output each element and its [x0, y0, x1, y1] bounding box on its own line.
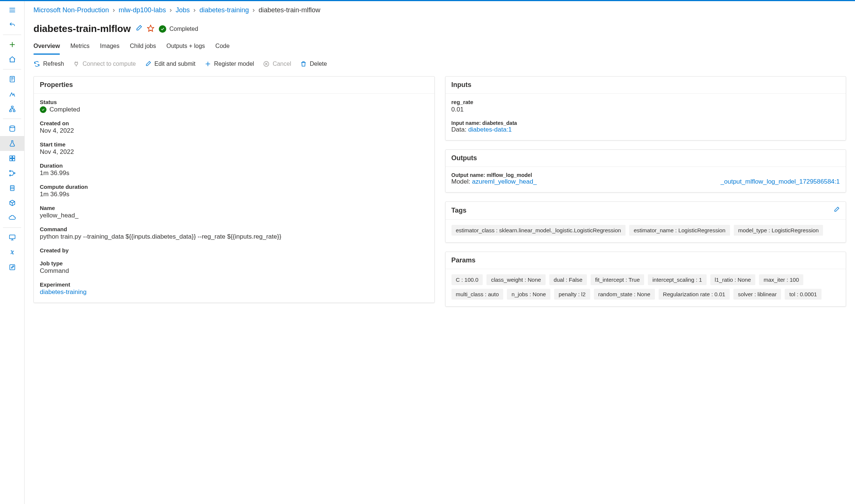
status-badge: Completed [159, 25, 198, 33]
sitemap-icon [9, 105, 16, 113]
input-name-row: Input name: diabetes_data [451, 120, 840, 126]
svg-rect-11 [13, 110, 15, 112]
chevron-right-icon [192, 6, 197, 14]
sidebar-environments[interactable] [0, 181, 24, 196]
sidebar-designer[interactable] [0, 101, 24, 116]
experiment-link[interactable]: diabetes-training [40, 288, 428, 296]
refresh-icon [33, 61, 40, 67]
param-chip: fit_intercept : True [591, 274, 644, 285]
delete-button[interactable]: Delete [300, 61, 327, 67]
sidebar-data[interactable] [0, 121, 24, 136]
page-title: diabetes-train-mlflow [33, 23, 131, 35]
tab-images[interactable]: Images [100, 39, 119, 54]
undo-icon [9, 22, 16, 28]
toolbar: Refresh Connect to compute Edit and subm… [33, 61, 846, 67]
svg-rect-9 [11, 106, 13, 108]
sidebar-undo[interactable] [0, 17, 24, 32]
edit-submit-button[interactable]: Edit and submit [145, 61, 195, 67]
tab-outputs-logs[interactable]: Outputs + logs [166, 39, 205, 54]
sidebar-notebooks[interactable] [0, 72, 24, 87]
params-card: Params C : 100.0 class_weight : None dua… [445, 252, 846, 307]
param-chip: max_iter : 100 [759, 274, 803, 285]
sidebar-automl[interactable] [0, 87, 24, 101]
start-time-label: Start time [40, 141, 428, 148]
param-chip: n_jobs : None [507, 289, 550, 300]
edit-note-icon [9, 264, 16, 271]
properties-title: Properties [34, 77, 434, 94]
refresh-label: Refresh [43, 61, 64, 67]
svg-point-17 [9, 171, 10, 172]
checkmark-icon [40, 106, 46, 113]
sidebar-compute[interactable] [0, 230, 24, 245]
star-icon [147, 25, 154, 32]
crumb-workspace[interactable]: Microsoft Non-Production [33, 6, 109, 14]
model-link-b[interactable]: _output_mlflow_log_model_1729586584:1 [721, 178, 840, 185]
sidebar-models[interactable] [0, 196, 24, 210]
crumb-jobs[interactable]: Jobs [176, 6, 190, 14]
sidebar-datastores[interactable] [0, 245, 24, 260]
name-label: Name [40, 205, 428, 211]
tag-chip: estimator_name : LogisticRegression [629, 225, 730, 236]
edit-tags-button[interactable] [833, 206, 840, 215]
created-by-label: Created by [40, 247, 428, 253]
sidebar-jobs[interactable] [0, 136, 24, 151]
svg-rect-13 [10, 156, 12, 158]
sidebar-new[interactable] [0, 37, 24, 52]
start-time-value: Nov 4, 2022 [40, 148, 428, 156]
compute-duration-label: Compute duration [40, 184, 428, 190]
tab-code[interactable]: Code [215, 39, 229, 54]
job-type-value: Command [40, 267, 428, 275]
sidebar-labeling[interactable] [0, 260, 24, 275]
sidebar-home[interactable] [0, 52, 24, 67]
params-chips: C : 100.0 class_weight : None dual : Fal… [451, 274, 840, 300]
favorite-button[interactable] [147, 25, 154, 33]
register-label: Register model [214, 61, 254, 67]
inputs-title: Inputs [446, 77, 846, 94]
pencil-icon [135, 25, 142, 32]
outputs-card: Outputs Output name: mlflow_log_model Mo… [445, 149, 846, 193]
params-title: Params [446, 252, 846, 269]
command-value: python train.py --training_data ${{input… [40, 233, 428, 240]
sidebar-components[interactable] [0, 151, 24, 166]
refresh-button[interactable]: Refresh [33, 61, 64, 67]
duration-label: Duration [40, 162, 428, 169]
plug-icon [73, 61, 80, 67]
svg-rect-10 [9, 110, 11, 112]
crumb-project[interactable]: mlw-dp100-labs [119, 6, 166, 14]
home-icon [9, 56, 16, 63]
tabs: Overview Metrics Images Child jobs Outpu… [33, 39, 846, 54]
sidebar-endpoints[interactable] [0, 210, 24, 225]
tag-chip: estimator_class : sklearn.linear_model._… [451, 225, 626, 236]
cancel-button: Cancel [263, 61, 291, 67]
menu-toggle-button[interactable] [0, 3, 24, 17]
chevron-right-icon [168, 6, 173, 14]
tab-overview[interactable]: Overview [33, 39, 60, 54]
svg-rect-14 [12, 156, 15, 158]
pipeline-icon [9, 169, 16, 177]
cancel-icon [263, 61, 270, 67]
register-model-button[interactable]: Register model [205, 61, 254, 67]
data-icon [9, 125, 16, 132]
svg-rect-23 [9, 235, 15, 239]
components-icon [9, 155, 16, 162]
param-chip: random_state : None [594, 289, 655, 300]
rename-button[interactable] [135, 25, 142, 33]
edit-label: Edit and submit [154, 61, 195, 67]
model-link-a[interactable]: azureml_yellow_head_ [472, 178, 537, 185]
param-chip: dual : False [549, 274, 587, 285]
connect-compute-button: Connect to compute [73, 61, 136, 67]
crumb-experiment[interactable]: diabetes-training [199, 6, 249, 14]
command-label: Command [40, 226, 428, 232]
param-chip: Regularization rate : 0.01 [659, 289, 730, 300]
delete-label: Delete [310, 61, 327, 67]
tab-child-jobs[interactable]: Child jobs [130, 39, 156, 54]
tags-chips: estimator_class : sklearn.linear_model._… [451, 225, 840, 236]
output-model-row: Model: azureml_yellow_head_ _output_mlfl… [451, 178, 840, 185]
tags-title: Tags [451, 207, 467, 214]
svg-rect-20 [10, 185, 14, 190]
param-chip: tol : 0.0001 [785, 289, 821, 300]
tab-metrics[interactable]: Metrics [70, 39, 90, 54]
sidebar-pipelines[interactable] [0, 166, 24, 181]
tags-card: Tags estimator_class : sklearn.linear_mo… [445, 201, 846, 243]
input-data-link[interactable]: diabetes-data:1 [468, 126, 512, 133]
